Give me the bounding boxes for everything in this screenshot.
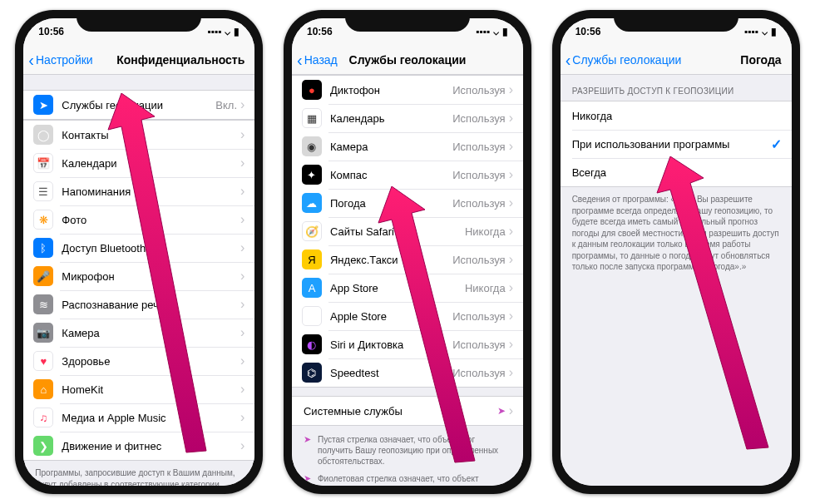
list-row[interactable]: ♫Медиа и Apple Music› bbox=[23, 403, 254, 432]
chevron-right-icon: › bbox=[240, 156, 244, 170]
row-detail: Никогда bbox=[465, 282, 506, 294]
list-row[interactable]: AApp StoreНикогда› bbox=[292, 274, 523, 302]
status-bar: 10:56 ▪▪▪▪ ⌵ ▮ bbox=[23, 18, 254, 45]
content-2[interactable]: ●ДиктофонИспользуя›▦КалендарьИспользуя›◉… bbox=[292, 75, 523, 486]
list-row[interactable]: ❯Движение и фитнес› bbox=[23, 432, 254, 460]
screen-2: 10:56 ▪▪▪▪ ⌵ ▮ ‹ Назад Службы геолокации… bbox=[292, 18, 523, 486]
Яндекс.Такси-icon: Я bbox=[302, 250, 322, 269]
row-detail: Используя bbox=[452, 169, 505, 181]
row-label: HomeKit bbox=[62, 383, 240, 396]
list-row[interactable]: ♥Здоровье› bbox=[23, 347, 254, 375]
list-row[interactable]: ≋Распознавание речи› bbox=[23, 290, 254, 319]
apps-list: ●ДиктофонИспользуя›▦КалендарьИспользуя›◉… bbox=[292, 75, 523, 388]
Календари-icon: 📅 bbox=[33, 153, 53, 173]
list-row[interactable]: ◐Siri и ДиктовкаИспользуя› bbox=[292, 330, 523, 358]
legend-text: Фиолетовая стрелка означает, что объект … bbox=[318, 473, 511, 486]
permission-option[interactable]: При использовании программы✓ bbox=[561, 130, 792, 158]
option-label: При использовании программы bbox=[572, 138, 771, 151]
chevron-right-icon: › bbox=[509, 337, 513, 352]
Здоровье-icon: ♥ bbox=[33, 351, 53, 371]
list-row[interactable]: ❋Фото› bbox=[23, 205, 254, 234]
battery-icon: ▮ bbox=[502, 26, 508, 37]
list-row[interactable]: ЯЯндекс.ТаксиИспользуя› bbox=[292, 245, 523, 274]
list-row[interactable]: ✦КомпасИспользуя› bbox=[292, 161, 523, 189]
back-button[interactable]: ‹ Назад bbox=[297, 52, 338, 68]
row-detail: Используя bbox=[452, 338, 505, 351]
back-button[interactable]: ‹ Службы геолокации bbox=[566, 52, 682, 68]
row-label: Диктофон bbox=[330, 84, 452, 96]
content-3[interactable]: РАЗРЕШИТЬ ДОСТУП К ГЕОПОЗИЦИИ НикогдаПри… bbox=[561, 75, 792, 486]
chevron-right-icon: › bbox=[240, 297, 244, 312]
check-icon: ✓ bbox=[771, 136, 782, 152]
row-label: Сайты Safari bbox=[330, 225, 465, 238]
Напоминания-icon: ☰ bbox=[33, 181, 53, 201]
list-row[interactable]: 📷Камера› bbox=[23, 319, 254, 347]
chevron-right-icon: › bbox=[240, 240, 244, 255]
row-detail: Вкл. bbox=[215, 99, 237, 111]
list-row[interactable]: Apple StoreИспользуя› bbox=[292, 302, 523, 330]
list-row[interactable]: ▦КалендарьИспользуя› bbox=[292, 104, 523, 132]
chevron-right-icon: › bbox=[240, 382, 244, 397]
chevron-right-icon: › bbox=[509, 195, 513, 210]
nav-title: Погода bbox=[740, 53, 781, 67]
status-icons: ▪▪▪▪ ⌵ ▮ bbox=[476, 26, 508, 37]
chevron-right-icon: › bbox=[509, 280, 513, 295]
chevron-left-icon: ‹ bbox=[28, 52, 34, 68]
chevron-right-icon: › bbox=[509, 365, 513, 380]
list-row[interactable]: 📅Календари› bbox=[23, 149, 254, 177]
row-label: Медиа и Apple Music bbox=[62, 412, 240, 424]
list-row[interactable]: ⌬SpeedtestИспользуя› bbox=[292, 358, 523, 387]
list-row[interactable]: ◉КамераИспользуя› bbox=[292, 132, 523, 161]
Speedtest-icon: ⌬ bbox=[302, 363, 322, 383]
Доступ Bluetooth-icon: ᛒ bbox=[33, 238, 53, 258]
row-label: Микрофон bbox=[62, 270, 240, 283]
list-row[interactable]: ⌂HomeKit› bbox=[23, 375, 254, 403]
row-detail: Используя bbox=[452, 367, 505, 379]
Сайты Safari-icon: 🧭 bbox=[302, 221, 322, 241]
list-row[interactable]: ◯Контакты› bbox=[23, 121, 254, 149]
Погода-icon: ☁ bbox=[302, 193, 322, 213]
footer-note-1: Программы, запросившие доступ к Вашим да… bbox=[23, 461, 254, 486]
legend-arrow-icon: ➤ bbox=[304, 434, 311, 467]
row-label: App Store bbox=[330, 282, 465, 294]
navbar-3: ‹ Службы геолокации Погода bbox=[561, 45, 792, 75]
row-detail: Используя bbox=[452, 254, 505, 266]
content-1[interactable]: ➤Службы геолокацииВкл.› ◯Контакты›📅Кален… bbox=[23, 75, 254, 486]
list-row[interactable]: ●ДиктофонИспользуя› bbox=[292, 76, 523, 104]
Компас-icon: ✦ bbox=[302, 165, 322, 185]
system-services-row[interactable]: Системные службы ➤ › bbox=[292, 397, 523, 425]
row-detail: Используя bbox=[452, 310, 505, 323]
list-row[interactable]: ☰Напоминания› bbox=[23, 177, 254, 205]
navbar-2: ‹ Назад Службы геолокации bbox=[292, 45, 523, 75]
row-label: Календари bbox=[62, 157, 240, 170]
list-row[interactable]: 🎤Микрофон› bbox=[23, 262, 254, 290]
row-label: Компас bbox=[330, 169, 452, 181]
back-button[interactable]: ‹ Настройки bbox=[28, 52, 92, 68]
permission-option[interactable]: Всегда bbox=[561, 158, 792, 186]
list-row[interactable]: ➤Службы геолокацииВкл.› bbox=[23, 91, 254, 119]
list-row[interactable]: 🧭Сайты SafariНикогда› bbox=[292, 217, 523, 245]
row-detail: Используя bbox=[452, 197, 505, 210]
signal-icon: ▪▪▪▪ bbox=[207, 26, 221, 37]
chevron-right-icon: › bbox=[509, 82, 513, 97]
chevron-right-icon: › bbox=[509, 224, 513, 239]
status-bar: 10:56 ▪▪▪▪ ⌵ ▮ bbox=[292, 18, 523, 45]
screen-3: 10:56 ▪▪▪▪ ⌵ ▮ ‹ Службы геолокации Погод… bbox=[561, 18, 792, 486]
row-label: Календарь bbox=[330, 112, 452, 125]
list-row[interactable]: ᛒДоступ Bluetooth› bbox=[23, 234, 254, 262]
phone-1: 10:56 ▪▪▪▪ ⌵ ▮ ‹ Настройки Конфиденциаль… bbox=[15, 10, 263, 494]
chevron-right-icon: › bbox=[509, 309, 513, 324]
chevron-right-icon: › bbox=[509, 139, 513, 154]
list-row[interactable]: ☁ПогодаИспользуя› bbox=[292, 189, 523, 217]
legend-row: ➤Пустая стрелка означает, что объект мог… bbox=[292, 431, 523, 470]
Движение и фитнес-icon: ❯ bbox=[33, 436, 53, 456]
HomeKit-icon: ⌂ bbox=[33, 379, 53, 399]
row-label: Доступ Bluetooth bbox=[62, 242, 240, 254]
legend-text: Пустая стрелка означает, что объект мог … bbox=[318, 434, 511, 467]
row-label: Siri и Диктовка bbox=[330, 338, 452, 351]
legend-row: ➤Фиолетовая стрелка означает, что объект… bbox=[292, 470, 523, 486]
permission-option[interactable]: Никогда bbox=[561, 101, 792, 130]
wifi-icon: ⌵ bbox=[225, 26, 230, 37]
row-label: Контакты bbox=[62, 129, 240, 141]
chevron-right-icon: › bbox=[240, 325, 244, 340]
